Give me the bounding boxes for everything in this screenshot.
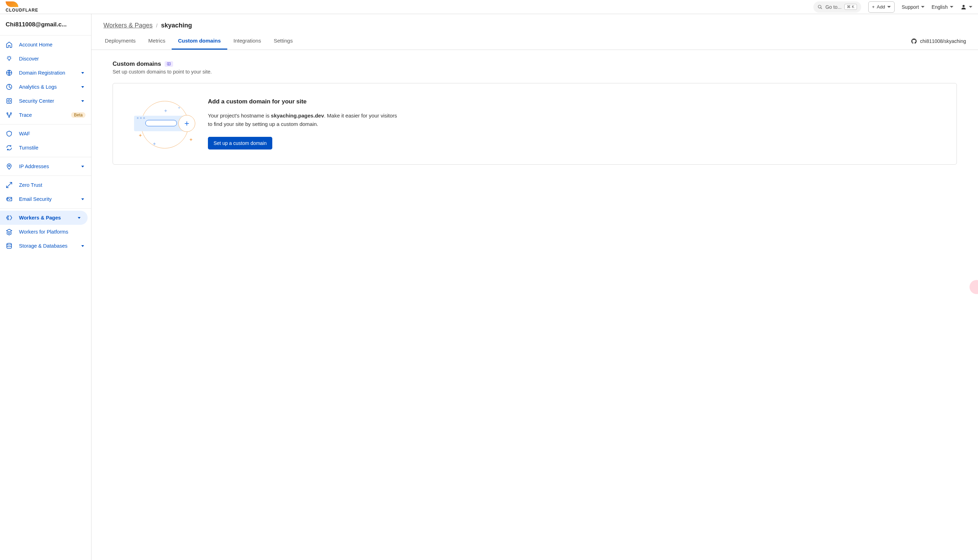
svg-point-8	[7, 113, 8, 113]
waf-icon	[6, 130, 13, 137]
user-menu[interactable]	[960, 4, 972, 10]
sidebar-item-label: WAF	[19, 131, 85, 137]
account-header[interactable]: Chi811008@gmail.c...	[0, 14, 91, 35]
turnstile-icon	[6, 144, 13, 151]
sidebar-item-turnstile[interactable]: Turnstile	[0, 141, 91, 155]
language-menu[interactable]: English	[931, 4, 953, 10]
sidebar-item-analytics-logs[interactable]: Analytics & Logs	[0, 80, 91, 94]
svg-point-11	[8, 165, 10, 167]
tab-deployments[interactable]: Deployments	[98, 33, 142, 50]
section-header: Custom domains	[113, 60, 957, 68]
home-icon	[6, 41, 13, 48]
sidebar-item-label: Zero Trust	[19, 182, 85, 188]
sidebar-item-label: Discover	[19, 56, 85, 62]
sidebar-item-storage-databases[interactable]: Storage & Databases	[0, 239, 91, 253]
sidebar: Chi811008@gmail.c... Account HomeDiscove…	[0, 14, 92, 560]
github-icon	[911, 38, 917, 44]
sidebar-item-workers-for-platforms[interactable]: Workers for Platforms	[0, 225, 91, 239]
breadcrumb-sep: /	[156, 23, 158, 28]
svg-point-0	[818, 5, 821, 8]
chevron-down-icon	[81, 72, 84, 74]
chevron-down-icon	[81, 166, 84, 167]
tab-row: DeploymentsMetricsCustom domainsIntegrat…	[92, 33, 978, 50]
language-label: English	[931, 4, 948, 10]
page-content: Custom domains Set up custom domains to …	[92, 50, 978, 175]
tab-custom-domains[interactable]: Custom domains	[172, 33, 227, 50]
book-icon	[167, 62, 171, 66]
storage-icon	[6, 242, 13, 249]
sidebar-item-discover[interactable]: Discover	[0, 52, 91, 66]
support-label: Support	[901, 4, 919, 10]
sidebar-item-zero-trust[interactable]: Zero Trust	[0, 178, 91, 192]
account-email: Chi811008@gmail.c...	[6, 21, 85, 28]
chevron-down-icon	[950, 6, 953, 8]
chevron-down-icon	[81, 86, 84, 88]
setup-custom-domain-button[interactable]: Set up a custom domain	[208, 137, 272, 150]
breadcrumb: Workers & Pages / skyaching	[92, 14, 978, 33]
chevron-down-icon	[969, 6, 972, 8]
sidebar-item-workers-pages[interactable]: Workers & Pages	[0, 211, 88, 225]
email-icon	[6, 196, 13, 203]
chevron-down-icon	[81, 100, 84, 102]
tab-integrations[interactable]: Integrations	[227, 33, 267, 50]
sidebar-item-label: Storage & Databases	[19, 243, 75, 249]
svg-line-1	[821, 7, 822, 9]
globe-icon	[6, 69, 13, 76]
chevron-down-icon	[78, 217, 80, 219]
sidebar-item-label: Workers & Pages	[19, 215, 72, 220]
docs-chip[interactable]	[165, 61, 173, 67]
sidebar-item-label: Domain Registration	[19, 70, 75, 76]
brand-text: CLOUDFLARE	[6, 8, 38, 13]
support-menu[interactable]: Support	[901, 4, 925, 10]
add-label: Add	[877, 4, 885, 10]
goto-placeholder: Go to...	[825, 4, 841, 10]
cloudflare-flare-icon	[6, 2, 18, 7]
breadcrumb-parent[interactable]: Workers & Pages	[103, 22, 153, 29]
tab-settings[interactable]: Settings	[267, 33, 299, 50]
topbar-right: Go to... ⌘ K + Add Support English	[813, 2, 972, 13]
trace-icon	[6, 112, 13, 118]
logo[interactable]: CLOUDFLARE	[6, 2, 38, 13]
sidebar-item-email-security[interactable]: Email Security	[0, 192, 91, 206]
kbd-shortcut: ⌘ K	[844, 4, 856, 10]
plus-circle-icon: +	[178, 115, 195, 132]
sidebar-item-label: Turnstile	[19, 145, 85, 150]
security-icon	[6, 97, 13, 105]
empty-state-card: + ✦ ✦ ✦ ✦ ✦ Add a custom domain for your…	[113, 83, 957, 165]
section-title: Custom domains	[113, 60, 161, 68]
svg-point-13	[7, 243, 11, 245]
sidebar-item-trace[interactable]: TraceBeta	[0, 108, 91, 122]
sidebar-item-waf[interactable]: WAF	[0, 127, 91, 141]
section-subtitle: Set up custom domains to point to your s…	[113, 69, 957, 75]
tab-metrics[interactable]: Metrics	[142, 33, 172, 50]
svg-point-7	[8, 100, 10, 102]
goto-search[interactable]: Go to... ⌘ K	[813, 2, 861, 13]
svg-point-10	[8, 116, 10, 117]
chevron-down-icon	[81, 198, 84, 200]
chevron-down-icon	[887, 6, 891, 8]
chevron-down-icon	[921, 6, 925, 8]
svg-point-2	[963, 5, 965, 7]
sidebar-item-account-home[interactable]: Account Home	[0, 38, 91, 52]
add-button[interactable]: + Add	[868, 2, 895, 13]
card-heading: Add a custom domain for your site	[208, 98, 398, 105]
sidebar-item-ip-addresses[interactable]: IP Addresses	[0, 159, 91, 173]
repo-link[interactable]: chi811008/skyaching	[911, 38, 971, 44]
pin-icon	[6, 163, 13, 170]
breadcrumb-current: skyaching	[161, 22, 192, 29]
sidebar-item-domain-registration[interactable]: Domain Registration	[0, 66, 91, 80]
platforms-icon	[6, 228, 13, 235]
chart-icon	[6, 83, 13, 90]
plus-icon: +	[872, 4, 875, 10]
sidebar-item-label: Email Security	[19, 196, 75, 202]
repo-name: chi811008/skyaching	[920, 38, 966, 44]
custom-domain-illustration: + ✦ ✦ ✦ ✦ ✦	[134, 97, 194, 150]
topbar: CLOUDFLARE Go to... ⌘ K + Add Support En…	[0, 0, 978, 14]
sidebar-item-label: IP Addresses	[19, 163, 75, 169]
hostname: skyaching.pages.dev	[271, 113, 324, 118]
user-icon	[960, 4, 967, 10]
card-body: Add a custom domain for your site Your p…	[208, 98, 398, 150]
sidebar-item-label: Security Center	[19, 98, 75, 104]
workers-icon	[6, 214, 13, 221]
sidebar-item-security-center[interactable]: Security Center	[0, 94, 91, 108]
